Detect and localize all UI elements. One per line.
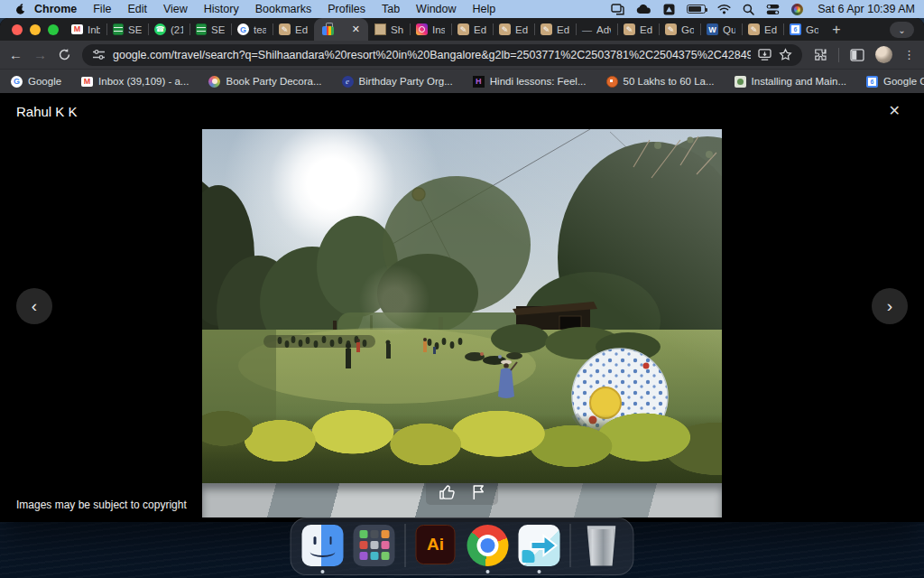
tab-strip: MInbo SEC ☎(214 SEC Gtear ✎Edit ✕ Shil I… <box>0 18 924 41</box>
site-info-icon[interactable] <box>92 49 106 61</box>
back-button[interactable]: ← <box>9 48 23 61</box>
install-app-icon[interactable] <box>758 49 772 61</box>
menu-item-profiles[interactable]: Profiles <box>328 3 365 15</box>
resort-photo <box>202 129 722 517</box>
photo-author[interactable]: Rahul K K <box>16 104 78 119</box>
dock-illustrator[interactable]: Ai <box>416 525 457 566</box>
tab-google-search[interactable]: Gtear <box>231 18 273 41</box>
menu-item-edit[interactable]: Edit <box>127 3 147 15</box>
hindi-icon: H <box>473 76 485 88</box>
reload-button[interactable] <box>58 48 71 61</box>
tab-edit-5[interactable]: ✎Edit <box>617 18 659 41</box>
menu-status-area: Sat 6 Apr 10:39 AM <box>611 3 915 15</box>
extensions-puzzle-icon[interactable] <box>813 48 827 62</box>
tab-google-calendar[interactable]: Goo <box>783 18 825 41</box>
edit-hand-icon: ✎ <box>665 23 677 35</box>
tab-shil[interactable]: Shil <box>368 18 410 41</box>
report-flag-icon[interactable] <box>472 484 485 500</box>
close-lightbox-button[interactable]: ✕ <box>889 102 901 119</box>
tab-inbox[interactable]: MInbo <box>65 18 106 41</box>
dock-launchpad[interactable] <box>354 525 395 566</box>
gmail-icon: M <box>81 77 93 87</box>
minimize-window-button[interactable] <box>30 24 41 35</box>
dock-export-app[interactable] <box>519 525 560 566</box>
bookmark-google-calendar[interactable]: Google Calendar -... <box>866 76 924 88</box>
chrome-menu-button[interactable]: ⋮ <box>903 48 915 61</box>
install-icon <box>735 76 746 88</box>
instagram-icon <box>416 23 428 35</box>
photo-icon <box>374 23 386 35</box>
tab-search-button[interactable]: ⌄ <box>890 22 914 38</box>
forward-button[interactable]: → <box>33 48 47 61</box>
bookmark-star-icon[interactable] <box>779 48 792 61</box>
bookmark-birthday-party[interactable]: eBirthday Party Org... <box>342 76 453 88</box>
tab-instagram[interactable]: Inst <box>410 18 451 41</box>
tab-word-que[interactable]: WQue <box>700 18 742 41</box>
zoom-window-button[interactable] <box>48 24 59 35</box>
window-controls <box>12 24 59 35</box>
tab-google-travel-active[interactable]: ✕ <box>314 18 368 41</box>
calendar-icon <box>866 76 878 88</box>
screen-mirroring-icon[interactable] <box>611 4 624 15</box>
party-icon <box>208 76 220 88</box>
menu-item-tab[interactable]: Tab <box>382 3 400 15</box>
tab-adv[interactable]: —Adv <box>576 18 617 41</box>
cloud-icon[interactable] <box>636 5 651 14</box>
bookmark-inbox[interactable]: MInbox (39,109) - a... <box>81 76 189 87</box>
bookmark-50-lakhs[interactable]: 50 Lakhs to 60 La... <box>606 76 715 88</box>
tab-edit-2[interactable]: ✎Edit <box>451 18 493 41</box>
finder-icon <box>302 525 344 566</box>
menu-clock[interactable]: Sat 6 Apr 10:39 AM <box>818 3 915 15</box>
control-center-icon[interactable] <box>766 4 780 15</box>
new-tab-button[interactable]: + <box>825 18 848 41</box>
tab-edit-3[interactable]: ✎Edit <box>493 18 534 41</box>
tab-edit-6[interactable]: ✎Edit <box>742 18 783 41</box>
dock-separator <box>405 524 406 567</box>
profile-avatar[interactable] <box>875 46 892 63</box>
running-indicator <box>486 570 490 573</box>
battery-charging-icon[interactable] <box>687 5 706 14</box>
google-travel-icon <box>322 26 334 35</box>
backup-box-icon[interactable] <box>663 4 675 15</box>
tab-edit-4[interactable]: ✎Edit <box>534 18 576 41</box>
dock-chrome[interactable] <box>467 525 509 566</box>
next-image-button[interactable]: › <box>872 288 908 324</box>
bookmark-hindi-lessons[interactable]: HHindi lessons: Feel... <box>473 76 587 88</box>
dock-separator <box>570 524 571 567</box>
menu-item-view[interactable]: View <box>163 3 188 15</box>
bookmark-book-party[interactable]: Book Party Decora... <box>208 76 321 88</box>
tab-close-icon[interactable]: ✕ <box>352 23 360 35</box>
previous-image-button[interactable]: ‹ <box>16 288 52 324</box>
chrome-window: MInbo SEC ☎(214 SEC Gtear ✎Edit ✕ Shil I… <box>0 18 924 522</box>
whatsapp-icon: ☎ <box>154 23 166 35</box>
menu-item-bookmarks[interactable]: Bookmarks <box>255 3 312 15</box>
dock-finder[interactable] <box>302 525 344 566</box>
side-panel-icon[interactable] <box>850 49 864 61</box>
wifi-icon[interactable] <box>717 4 731 14</box>
menu-item-help[interactable]: Help <box>473 3 496 15</box>
edit-hand-icon: ✎ <box>457 23 469 35</box>
menu-item-window[interactable]: Window <box>416 3 456 15</box>
tab-sheet-2[interactable]: SEC <box>189 18 231 41</box>
menu-item-file[interactable]: File <box>93 3 111 15</box>
tab-whatsapp[interactable]: ☎(214 <box>148 18 189 41</box>
close-window-button[interactable] <box>12 24 23 35</box>
browser-toolbar: ← → google.com/travel/search?q=Shilhaand… <box>0 41 924 69</box>
running-indicator <box>538 570 541 573</box>
dock-trash[interactable] <box>581 525 623 566</box>
menu-item-history[interactable]: History <box>204 3 239 15</box>
bookmark-installing[interactable]: Installing and Main... <box>735 76 846 88</box>
tab-sheet-1[interactable]: SEC <box>106 18 148 41</box>
tab-edit-1[interactable]: ✎Edit <box>273 18 314 41</box>
spotlight-search-icon[interactable] <box>743 4 754 15</box>
trash-icon <box>584 525 620 566</box>
tab-gol[interactable]: ✎Gol <box>659 18 700 41</box>
thumbs-up-icon[interactable] <box>439 484 456 500</box>
export-arrow-icon <box>519 525 560 566</box>
menu-app-name[interactable]: Chrome <box>34 3 77 15</box>
bookmark-google[interactable]: GGoogle <box>11 76 61 88</box>
color-wheel-icon[interactable] <box>791 4 803 15</box>
apple-logo-icon[interactable] <box>14 3 27 15</box>
address-bar[interactable]: google.com/travel/search?q=Shilhaandara%… <box>82 44 802 66</box>
url-text[interactable]: google.com/travel/search?q=Shilhaandara%… <box>113 49 751 61</box>
